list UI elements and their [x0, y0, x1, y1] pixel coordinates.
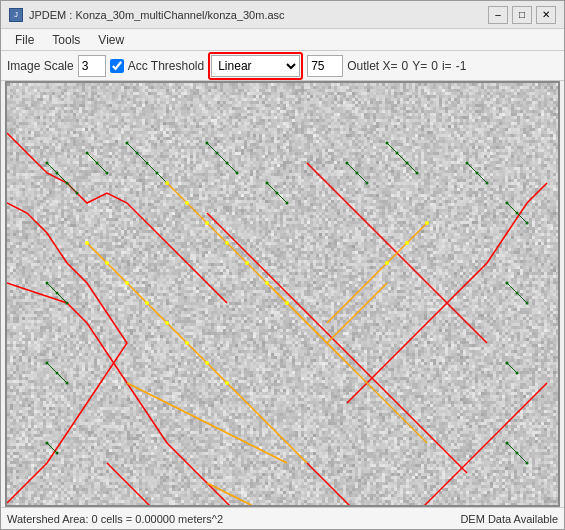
title-bar: J JPDEM : Konza_30m_multiChannel/konza_3…	[1, 1, 564, 29]
dem-status: DEM Data Available	[460, 513, 558, 525]
menu-tools[interactable]: Tools	[44, 31, 88, 49]
i-label: i=	[442, 59, 452, 73]
window-title: JPDEM : Konza_30m_multiChannel/konza_30m…	[29, 9, 285, 21]
outlet-x-label: Outlet X=	[347, 59, 397, 73]
outlet-y-value: 0	[431, 59, 438, 73]
minimize-button[interactable]: –	[488, 6, 508, 24]
main-window: J JPDEM : Konza_30m_multiChannel/konza_3…	[0, 0, 565, 530]
status-bar: Watershed Area: 0 cells = 0.00000 meters…	[1, 507, 564, 529]
menu-view[interactable]: View	[90, 31, 132, 49]
outlet-x-value: 0	[402, 59, 409, 73]
menu-bar: File Tools View	[1, 29, 564, 51]
maximize-button[interactable]: □	[512, 6, 532, 24]
map-container[interactable]	[5, 81, 560, 507]
image-scale-input[interactable]	[78, 55, 106, 77]
i-value: -1	[456, 59, 467, 73]
close-button[interactable]: ✕	[536, 6, 556, 24]
app-icon: J	[9, 8, 23, 22]
threshold-type-wrapper: Linear Exponential	[208, 52, 303, 80]
outlet-y-label: Y=	[412, 59, 427, 73]
acc-threshold-checkbox[interactable]	[110, 59, 124, 73]
map-canvas[interactable]	[7, 83, 560, 507]
watershed-status: Watershed Area: 0 cells = 0.00000 meters…	[7, 513, 223, 525]
acc-threshold-label: Acc Threshold	[128, 59, 204, 73]
image-scale-label: Image Scale	[7, 59, 74, 73]
threshold-value-input[interactable]	[307, 55, 343, 77]
menu-file[interactable]: File	[7, 31, 42, 49]
toolbar: Image Scale Acc Threshold Linear Exponen…	[1, 51, 564, 81]
window-controls: – □ ✕	[488, 6, 556, 24]
threshold-type-select[interactable]: Linear Exponential	[211, 55, 300, 77]
